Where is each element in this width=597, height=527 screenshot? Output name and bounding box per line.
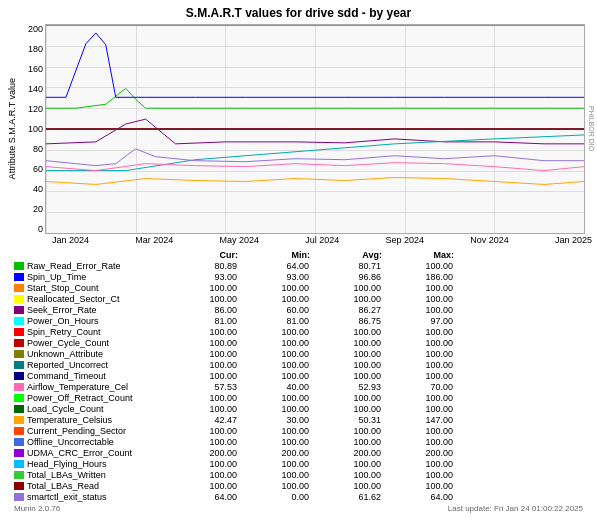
y-axis-label: Attribute S.M.A.R.T value — [7, 78, 17, 179]
legend-item-name: smartctl_exit_status — [27, 492, 165, 502]
legend-item-max: 100.00 — [381, 327, 453, 337]
legend-item-min: 100.00 — [237, 371, 309, 381]
legend-item-cur: 100.00 — [165, 481, 237, 491]
legend-item-min: 100.00 — [237, 470, 309, 480]
legend-row: Reallocated_Sector_Ct100.00100.00100.001… — [14, 293, 597, 304]
legend-item-min: 100.00 — [237, 459, 309, 469]
x-label: Jan 2025 — [555, 235, 592, 245]
legend-color-box — [14, 383, 24, 391]
legend-item-cur: 100.00 — [165, 404, 237, 414]
side-label: PHILBOR DIO — [588, 106, 595, 151]
x-axis-labels: Jan 2024 Mar 2024 May 2024 Jul 2024 Sep … — [52, 235, 592, 245]
legend-item-min: 100.00 — [237, 437, 309, 447]
legend-row: Load_Cycle_Count100.00100.00100.00100.00 — [14, 403, 597, 414]
legend-item-avg: 50.31 — [309, 415, 381, 425]
legend-item-max: 100.00 — [381, 294, 453, 304]
legend-item-max: 200.00 — [381, 448, 453, 458]
y-tick: 20 — [33, 204, 43, 214]
x-label: Nov 2024 — [470, 235, 509, 245]
legend-item-name: Seek_Error_Rate — [27, 305, 165, 315]
legend-color-box — [14, 361, 24, 369]
legend-item-avg: 61.62 — [309, 492, 381, 502]
legend-item-avg: 96.86 — [309, 272, 381, 282]
legend-item-min: 30.00 — [237, 415, 309, 425]
legend-item-cur: 100.00 — [165, 360, 237, 370]
header-cur: Cur: — [166, 250, 238, 260]
x-label: May 2024 — [219, 235, 259, 245]
legend-color-box — [14, 328, 24, 336]
legend-color-box — [14, 460, 24, 468]
legend-row: Spin_Up_Time93.0093.0096.86186.00 — [14, 271, 597, 282]
legend-item-avg: 100.00 — [309, 437, 381, 447]
legend-color-box — [14, 273, 24, 281]
legend-item-cur: 57.53 — [165, 382, 237, 392]
legend-row: Temperature_Celsius42.4730.0050.31147.00 — [14, 414, 597, 425]
y-tick: 140 — [28, 84, 43, 94]
legend-item-avg: 86.27 — [309, 305, 381, 315]
legend-row: Raw_Read_Error_Rate80.8964.0080.71100.00 — [14, 260, 597, 271]
legend-color-box — [14, 471, 24, 479]
y-tick: 100 — [28, 124, 43, 134]
legend-color-box — [14, 339, 24, 347]
chart-svg — [46, 25, 584, 233]
legend-item-name: Reallocated_Sector_Ct — [27, 294, 165, 304]
y-ticks: 200 180 160 140 120 100 80 60 40 20 0 — [23, 24, 45, 234]
legend-item-min: 100.00 — [237, 294, 309, 304]
legend-color-box — [14, 449, 24, 457]
legend-item-name: Head_Flying_Hours — [27, 459, 165, 469]
legend-item-max: 147.00 — [381, 415, 453, 425]
legend-item-name: Reported_Uncorrect — [27, 360, 165, 370]
legend-item-max: 97.00 — [381, 316, 453, 326]
legend-item-name: Spin_Retry_Count — [27, 327, 165, 337]
y-tick: 60 — [33, 164, 43, 174]
legend-item-name: Unknown_Attribute — [27, 349, 165, 359]
legend-color-box — [14, 284, 24, 292]
legend-item-name: Total_LBAs_Read — [27, 481, 165, 491]
legend-item-name: Total_LBAs_Written — [27, 470, 165, 480]
legend-item-min: 100.00 — [237, 360, 309, 370]
legend-item-name: Load_Cycle_Count — [27, 404, 165, 414]
y-axis-label-container: Attribute S.M.A.R.T value — [0, 24, 23, 234]
header-avg: Avg: — [310, 250, 382, 260]
legend-item-max: 70.00 — [381, 382, 453, 392]
legend-item-cur: 86.00 — [165, 305, 237, 315]
legend-item-avg: 100.00 — [309, 360, 381, 370]
legend-item-min: 100.00 — [237, 426, 309, 436]
side-label-container: PHILBOR DIO — [585, 24, 597, 234]
legend-item-avg: 100.00 — [309, 393, 381, 403]
legend-item-cur: 100.00 — [165, 371, 237, 381]
legend-item-avg: 100.00 — [309, 349, 381, 359]
legend-item-avg: 100.00 — [309, 371, 381, 381]
legend-row: Reported_Uncorrect100.00100.00100.00100.… — [14, 359, 597, 370]
legend-item-max: 100.00 — [381, 305, 453, 315]
legend-row: Current_Pending_Sector100.00100.00100.00… — [14, 425, 597, 436]
legend-item-name: Airflow_Temperature_Cel — [27, 382, 165, 392]
legend-header: Cur: Min: Avg: Max: — [14, 250, 597, 260]
legend-row: Command_Timeout100.00100.00100.00100.00 — [14, 370, 597, 381]
legend-item-max: 100.00 — [381, 371, 453, 381]
legend-item-max: 100.00 — [381, 481, 453, 491]
munin-version: Munin 2.0.76 — [14, 504, 60, 513]
legend-item-min: 100.00 — [237, 349, 309, 359]
footer: Munin 2.0.76 Last update: Fri Jan 24 01:… — [14, 504, 583, 513]
legend-item-name: Power_Off_Retract_Count — [27, 393, 165, 403]
legend-item-min: 93.00 — [237, 272, 309, 282]
legend-color-box — [14, 262, 24, 270]
legend-item-cur: 100.00 — [165, 283, 237, 293]
x-label: Jul 2024 — [305, 235, 339, 245]
legend-item-avg: 100.00 — [309, 470, 381, 480]
legend-item-max: 100.00 — [381, 261, 453, 271]
legend-row: Power_Cycle_Count100.00100.00100.00100.0… — [14, 337, 597, 348]
x-label: Sep 2024 — [385, 235, 424, 245]
legend-item-cur: 200.00 — [165, 448, 237, 458]
chart-title: S.M.A.R.T values for drive sdd - by year — [0, 0, 597, 22]
legend-item-avg: 100.00 — [309, 426, 381, 436]
legend-item-max: 100.00 — [381, 338, 453, 348]
legend-item-min: 81.00 — [237, 316, 309, 326]
legend-item-max: 100.00 — [381, 349, 453, 359]
legend-item-min: 40.00 — [237, 382, 309, 392]
y-tick: 80 — [33, 144, 43, 154]
legend-item-cur: 42.47 — [165, 415, 237, 425]
legend-item-min: 200.00 — [237, 448, 309, 458]
legend-row: Power_On_Hours81.0081.0086.7597.00 — [14, 315, 597, 326]
